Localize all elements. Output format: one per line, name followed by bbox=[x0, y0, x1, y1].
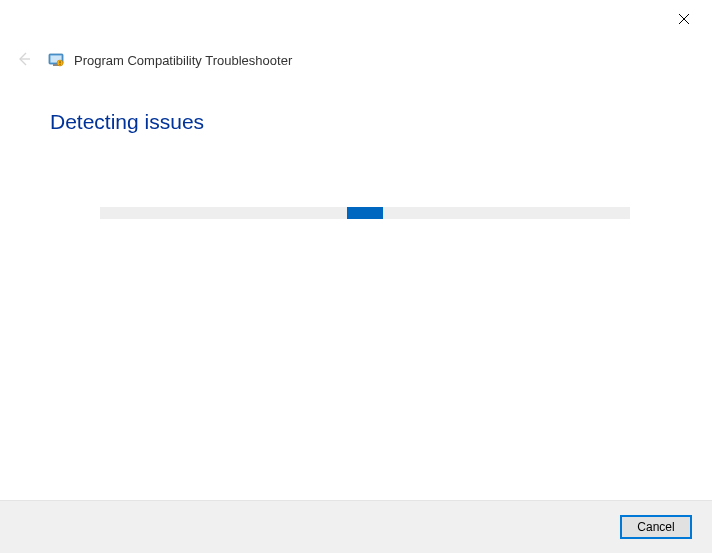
progress-bar bbox=[100, 207, 630, 219]
progress-indicator bbox=[347, 207, 383, 219]
back-arrow-icon bbox=[16, 51, 32, 70]
back-button bbox=[14, 50, 34, 70]
window-title: Program Compatibility Troubleshooter bbox=[74, 53, 292, 68]
page-heading: Detecting issues bbox=[50, 110, 662, 134]
content-area: Detecting issues bbox=[50, 110, 662, 214]
svg-rect-7 bbox=[59, 61, 60, 63]
close-button[interactable] bbox=[674, 10, 694, 30]
troubleshooter-icon bbox=[48, 52, 64, 68]
svg-point-8 bbox=[59, 64, 60, 65]
header: Program Compatibility Troubleshooter bbox=[14, 50, 292, 70]
cancel-button[interactable]: Cancel bbox=[620, 515, 692, 539]
footer: Cancel bbox=[0, 500, 712, 553]
close-icon bbox=[678, 13, 690, 28]
